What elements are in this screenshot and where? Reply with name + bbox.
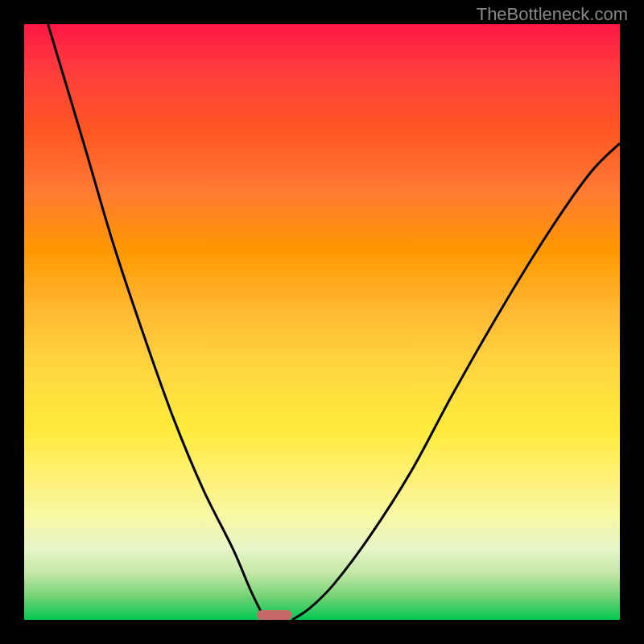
- watermark-text: TheBottleneck.com: [477, 4, 628, 25]
- bottleneck-marker: [257, 610, 292, 620]
- chart-curves: [24, 24, 620, 620]
- right-curve-line: [292, 143, 620, 620]
- left-curve-line: [48, 24, 269, 620]
- chart-plot-area: [24, 24, 620, 620]
